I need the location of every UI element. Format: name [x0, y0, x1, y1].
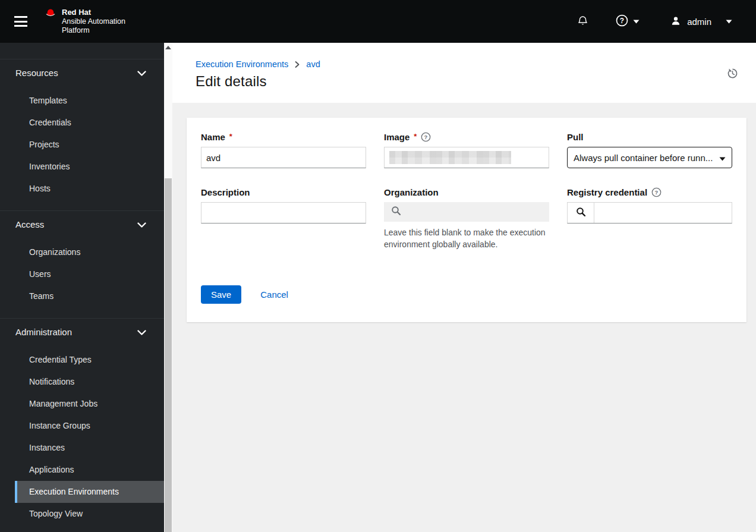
brand-text: Red Hat Ansible Automation Platform — [62, 8, 125, 35]
redhat-fedora-icon — [44, 8, 57, 20]
registry-credential-lookup — [567, 202, 732, 223]
question-circle-icon: ? — [616, 14, 628, 29]
sidebar-item-hosts[interactable]: Hosts — [0, 178, 164, 200]
history-button[interactable] — [727, 68, 738, 81]
pull-field-group: Pull Always pull container before runn..… — [567, 132, 732, 168]
sidebar-item-topology-view[interactable]: Topology View — [0, 503, 164, 525]
image-help-button[interactable]: ? — [421, 132, 431, 142]
search-icon — [576, 207, 586, 219]
image-field-group: Image * ? — [384, 132, 549, 168]
breadcrumb-link-avd[interactable]: avd — [306, 59, 320, 69]
scroll-up-arrow-icon[interactable] — [165, 46, 171, 49]
svg-text:?: ? — [620, 17, 624, 25]
sidebar-item-credentials[interactable]: Credentials — [0, 112, 164, 134]
sidebar-scrollbar[interactable] — [164, 43, 172, 532]
svg-text:?: ? — [424, 134, 428, 140]
sidebar-item-execution-environments[interactable]: Execution Environments — [15, 481, 164, 503]
cancel-button[interactable]: Cancel — [257, 285, 292, 304]
page-title: Edit details — [196, 73, 756, 90]
sidebar-item-instances[interactable]: Instances — [0, 437, 164, 459]
nav-toggle-button[interactable] — [14, 16, 29, 27]
description-label: Description — [201, 187, 366, 197]
sidebar-item-users[interactable]: Users — [0, 263, 164, 285]
sidebar-item-instance-groups[interactable]: Instance Groups — [0, 415, 164, 437]
brand-line2: Ansible Automation — [62, 17, 125, 26]
sidebar-item-credential-types[interactable]: Credential Types — [0, 349, 164, 371]
sidebar-item-organizations[interactable]: Organizations — [0, 241, 164, 263]
search-icon — [391, 206, 401, 218]
description-field-group: Description — [201, 187, 366, 251]
nav-group-label: Resources — [15, 68, 58, 78]
name-label: Name * — [201, 132, 366, 142]
history-icon — [727, 72, 738, 81]
pull-label: Pull — [567, 132, 732, 142]
pull-selected-value: Always pull container before runn... — [574, 153, 713, 163]
sidebar-item-management-jobs[interactable]: Management Jobs — [0, 393, 164, 415]
breadcrumb-link-execution-environments[interactable]: Execution Environments — [196, 59, 288, 69]
organization-lookup[interactable] — [384, 202, 549, 222]
brand-line1: Red Hat — [62, 8, 125, 17]
main-content: Execution Environments avd Edit details — [172, 43, 756, 532]
chevron-down-icon — [633, 20, 640, 24]
name-input[interactable] — [201, 147, 366, 168]
registry-credential-search-button[interactable] — [568, 203, 594, 223]
registry-credential-label: Registry credential ? — [567, 187, 732, 197]
edit-details-card: Name * Image * ? — [187, 118, 746, 322]
hamburger-icon — [14, 16, 27, 18]
breadcrumb: Execution Environments avd — [196, 59, 756, 69]
form-actions: Save Cancel — [201, 285, 732, 304]
sidebar-item-notifications[interactable]: Notifications — [0, 371, 164, 393]
sidebar-top-spacer — [0, 43, 164, 59]
username-label: admin — [687, 17, 711, 27]
bell-icon — [577, 15, 588, 29]
page-body: Name * Image * ? — [172, 103, 756, 532]
page-header: Execution Environments avd Edit details — [172, 43, 756, 103]
brand-logo: Red Hat Ansible Automation Platform — [44, 8, 125, 35]
nav-group-label: Access — [15, 219, 44, 229]
nav-group-label: Administration — [15, 327, 72, 337]
registry-credential-field-group: Registry credential ? — [567, 187, 732, 251]
organization-label: Organization — [384, 187, 549, 197]
sidebar-item-inventories[interactable]: Inventories — [0, 156, 164, 178]
save-button[interactable]: Save — [201, 285, 241, 304]
pull-select[interactable]: Always pull container before runn... — [567, 147, 732, 168]
nav-group-access: Access Organizations Users Teams — [0, 210, 164, 318]
chevron-down-icon — [137, 327, 146, 337]
svg-text:?: ? — [655, 189, 659, 196]
organization-helper-text: Leave this field blank to make the execu… — [384, 226, 549, 251]
name-field-group: Name * — [201, 132, 366, 168]
image-input[interactable] — [384, 147, 549, 168]
help-menu-button[interactable]: ? — [616, 14, 640, 29]
sidebar-item-templates[interactable]: Templates — [0, 90, 164, 112]
sidebar-item-teams[interactable]: Teams — [0, 285, 164, 307]
user-icon — [670, 15, 681, 28]
description-input[interactable] — [201, 202, 366, 223]
masthead: Red Hat Ansible Automation Platform ? — [0, 0, 756, 43]
scrollbar-thumb[interactable] — [165, 178, 172, 532]
nav-group-header-resources[interactable]: Resources — [0, 59, 164, 86]
masthead-actions: ? admin — [577, 14, 732, 29]
nav-group-resources: Resources Templates Credentials Projects… — [0, 59, 164, 210]
chevron-down-icon — [137, 219, 146, 229]
image-label: Image * ? — [384, 132, 549, 142]
chevron-right-icon — [295, 61, 300, 68]
image-value-redacted — [389, 151, 511, 164]
user-menu-button[interactable]: admin — [670, 15, 732, 28]
nav-group-header-access[interactable]: Access — [0, 211, 164, 238]
sidebar-item-applications[interactable]: Applications — [0, 459, 164, 481]
required-asterisk: * — [414, 132, 417, 141]
registry-credential-input[interactable] — [594, 203, 732, 223]
nav-group-administration: Administration Credential Types Notifica… — [0, 318, 164, 532]
notifications-button[interactable] — [577, 15, 588, 29]
sidebar-item-projects[interactable]: Projects — [0, 134, 164, 156]
edit-details-form: Name * Image * ? — [201, 132, 732, 251]
registry-credential-help-button[interactable]: ? — [651, 187, 662, 197]
nav-group-header-administration[interactable]: Administration — [0, 319, 164, 345]
organization-field-group: Organization Leave this field blank to m… — [384, 187, 549, 251]
required-asterisk: * — [229, 132, 232, 141]
caret-down-icon — [719, 153, 726, 163]
sidebar-nav: Resources Templates Credentials Projects… — [0, 43, 164, 532]
brand-line3: Platform — [62, 26, 125, 35]
chevron-down-icon — [137, 68, 146, 78]
chevron-down-icon — [726, 20, 732, 24]
